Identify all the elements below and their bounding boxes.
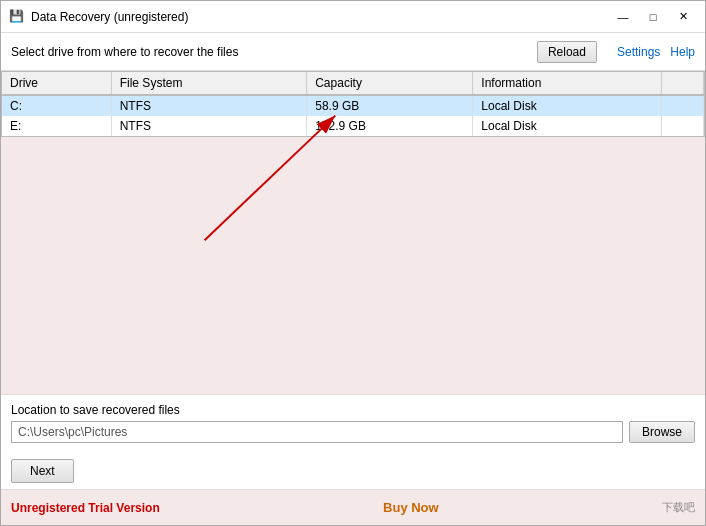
window-controls: — □ ✕ [609, 7, 697, 27]
toolbar-instruction: Select drive from where to recover the f… [11, 45, 537, 59]
app-icon: 💾 [9, 9, 25, 25]
col-filesystem: File System [111, 72, 307, 95]
table-row[interactable]: E: NTFS 172.9 GB Local Disk [2, 116, 704, 136]
col-drive: Drive [2, 72, 111, 95]
browse-button[interactable]: Browse [629, 421, 695, 443]
location-label: Location to save recovered files [11, 403, 695, 417]
cell-filesystem: NTFS [111, 116, 307, 136]
cell-drive: C: [2, 95, 111, 116]
table-row[interactable]: C: NTFS 58.9 GB Local Disk [2, 95, 704, 116]
close-button[interactable]: ✕ [669, 7, 697, 27]
reload-button[interactable]: Reload [537, 41, 597, 63]
watermark-text: 下载吧 [662, 500, 695, 515]
table-header-row: Drive File System Capacity Information [2, 72, 704, 95]
cell-information: Local Disk [473, 116, 662, 136]
next-button[interactable]: Next [11, 459, 74, 483]
cell-filesystem: NTFS [111, 95, 307, 116]
cell-drive: E: [2, 116, 111, 136]
col-information: Information [473, 72, 662, 95]
toolbar: Select drive from where to recover the f… [1, 33, 705, 71]
trial-text: Unregistered Trial Version [11, 501, 160, 515]
action-row: Next [1, 451, 705, 489]
title-bar: 💾 Data Recovery (unregistered) — □ ✕ [1, 1, 705, 33]
content-area: Drive File System Capacity Information C… [1, 71, 705, 394]
drive-table-container: Drive File System Capacity Information C… [1, 71, 705, 137]
cell-capacity: 58.9 GB [307, 95, 473, 116]
cell-information: Local Disk [473, 95, 662, 116]
window-title: Data Recovery (unregistered) [31, 10, 609, 24]
top-links: Settings Help [617, 45, 695, 59]
bottom-panel: Location to save recovered files Browse [1, 394, 705, 451]
cell-extra [662, 116, 704, 136]
footer-bar: Unregistered Trial Version Buy Now 下载吧 [1, 489, 705, 525]
col-capacity: Capacity [307, 72, 473, 95]
help-link[interactable]: Help [670, 45, 695, 59]
col-extra [662, 72, 704, 95]
location-row: Browse [11, 421, 695, 443]
cell-capacity: 172.9 GB [307, 116, 473, 136]
settings-link[interactable]: Settings [617, 45, 660, 59]
cell-extra [662, 95, 704, 116]
location-input[interactable] [11, 421, 623, 443]
drive-table: Drive File System Capacity Information C… [2, 72, 704, 136]
maximize-button[interactable]: □ [639, 7, 667, 27]
main-window: 💾 Data Recovery (unregistered) — □ ✕ Sel… [0, 0, 706, 526]
minimize-button[interactable]: — [609, 7, 637, 27]
buy-now-link[interactable]: Buy Now [383, 500, 439, 515]
